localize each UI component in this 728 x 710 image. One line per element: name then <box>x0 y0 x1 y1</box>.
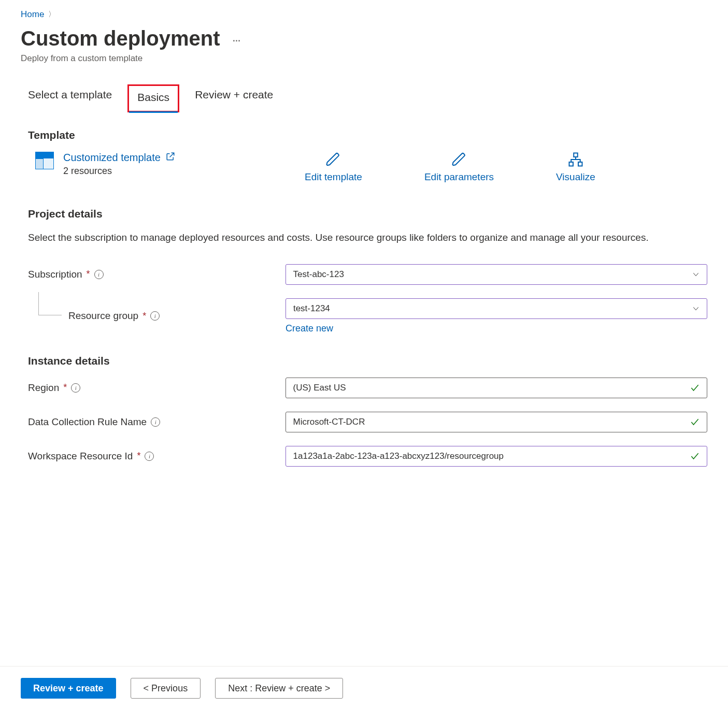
workspace-id-label: Workspace Resource Id * i <box>28 451 286 462</box>
instance-details-heading: Instance details <box>21 355 707 367</box>
svg-rect-1 <box>569 162 573 166</box>
review-create-button[interactable]: Review + create <box>21 678 116 699</box>
dcr-name-label: Data Collection Rule Name i <box>28 416 286 428</box>
resource-group-label: Resource group * i <box>28 310 286 322</box>
required-icon: * <box>87 269 90 280</box>
info-icon[interactable]: i <box>151 417 160 427</box>
next-button[interactable]: Next : Review + create > <box>215 678 343 699</box>
region-select[interactable] <box>286 378 707 398</box>
info-icon[interactable]: i <box>94 270 104 279</box>
info-icon[interactable]: i <box>71 383 80 393</box>
edit-template-action[interactable]: Edit template <box>305 152 362 183</box>
resource-group-select[interactable] <box>286 298 707 319</box>
project-details-description: Select the subscription to manage deploy… <box>21 230 674 245</box>
customized-template-text: Customized template <box>63 152 161 164</box>
template-resource-count: 2 resources <box>63 166 175 177</box>
template-heading: Template <box>21 129 707 141</box>
create-new-link[interactable]: Create new <box>286 323 333 334</box>
tabs: Select a template Basics Review + create <box>21 84 707 112</box>
page-title: Custom deployment <box>21 27 220 50</box>
info-icon[interactable]: i <box>150 311 160 321</box>
tab-basics[interactable]: Basics <box>127 84 179 112</box>
edit-template-label: Edit template <box>305 171 362 183</box>
template-icon <box>35 152 54 169</box>
chevron-right-icon: 〉 <box>48 10 55 19</box>
project-details-heading: Project details <box>21 208 707 220</box>
region-label: Region * i <box>28 382 286 394</box>
edit-external-icon <box>166 152 175 164</box>
hierarchy-icon <box>568 152 583 167</box>
required-icon: * <box>142 311 146 322</box>
workspace-id-input[interactable] <box>286 446 707 467</box>
visualize-label: Visualize <box>556 171 595 183</box>
visualize-action[interactable]: Visualize <box>556 152 595 183</box>
svg-rect-0 <box>574 153 578 157</box>
dcr-name-input[interactable] <box>286 412 707 432</box>
page-subtitle: Deploy from a custom template <box>21 53 707 64</box>
breadcrumb: Home 〉 <box>21 9 707 20</box>
required-icon: * <box>63 382 67 393</box>
pencil-icon <box>451 152 467 167</box>
subscription-select[interactable] <box>286 264 707 285</box>
tab-review-create[interactable]: Review + create <box>195 84 273 112</box>
required-icon: * <box>137 451 140 461</box>
previous-button[interactable]: < Previous <box>131 678 201 699</box>
edit-parameters-label: Edit parameters <box>424 171 494 183</box>
customized-template-link[interactable]: Customized template <box>63 152 175 164</box>
info-icon[interactable]: i <box>145 452 154 461</box>
svg-rect-2 <box>578 162 582 166</box>
more-icon[interactable]: … <box>232 34 241 44</box>
subscription-label: Subscription * i <box>28 269 286 280</box>
breadcrumb-home[interactable]: Home <box>21 9 44 20</box>
pencil-icon <box>325 152 341 167</box>
edit-parameters-action[interactable]: Edit parameters <box>424 152 494 183</box>
footer: Review + create < Previous Next : Review… <box>0 666 728 710</box>
tab-select-template[interactable]: Select a template <box>28 84 112 112</box>
